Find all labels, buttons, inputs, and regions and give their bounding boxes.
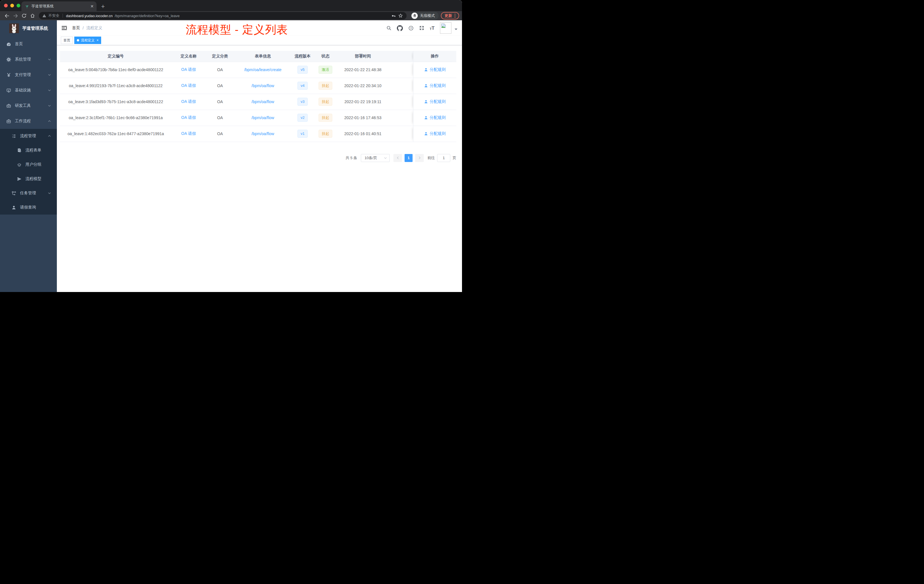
- forward-button[interactable]: [12, 12, 20, 20]
- dashboard-icon: [6, 42, 11, 46]
- sidebar-item-流程表单[interactable]: 流程表单: [0, 143, 57, 157]
- tree-list-icon: [11, 134, 16, 139]
- category-cell: OA: [206, 126, 234, 142]
- tag-label: 首页: [63, 38, 70, 43]
- page-size-select[interactable]: 10条/页: [361, 154, 390, 162]
- tag-流程定义[interactable]: 流程定义×: [74, 36, 101, 44]
- address-bar[interactable]: 不安全 dashboard.yudao.iocoder.cn/bpm/manag…: [39, 12, 407, 20]
- column-header-定义名称: 定义名称: [172, 51, 206, 62]
- table-row: oa_leave:2:3c1f0ef1-76b1-11ec-9c66-a2380…: [60, 110, 456, 126]
- incognito-label: 无痕模式: [420, 13, 435, 18]
- user-icon: [11, 205, 16, 210]
- form-link[interactable]: /bpm/oa/flow: [251, 83, 274, 88]
- user-avatar[interactable]: [440, 22, 451, 34]
- github-icon[interactable]: [397, 25, 403, 31]
- browser-tab[interactable]: 芋道管理系统 ✕: [21, 2, 97, 11]
- table-body: oa_leave:5:004b710b-7b8a-11ec-8ef0-acde4…: [60, 62, 456, 142]
- current-page-button[interactable]: 1: [404, 154, 412, 162]
- back-button[interactable]: [3, 12, 11, 20]
- column-header-状态: 状态: [314, 51, 337, 62]
- fullscreen-icon[interactable]: [419, 25, 424, 31]
- avatar-caret-icon[interactable]: [455, 28, 457, 31]
- table-header-row: 定义编号定义名称定义分类表单信息流程版本状态部署时间操作: [60, 51, 456, 62]
- prev-page-button[interactable]: [393, 154, 402, 162]
- definition-name-link[interactable]: OA 请假: [181, 83, 196, 88]
- sidebar-item-研发工具[interactable]: 研发工具: [0, 98, 57, 114]
- bookmark-star-icon[interactable]: [398, 13, 403, 18]
- assign-rule-link[interactable]: 分配规则: [424, 99, 446, 104]
- sidebar-item-用户分组[interactable]: 用户分组: [0, 157, 57, 172]
- breadcrumb: 首页 / 流程定义: [72, 25, 102, 31]
- status-tag: 挂起: [318, 82, 332, 90]
- assign-rule-link[interactable]: 分配规则: [424, 83, 446, 88]
- assign-rule-link[interactable]: 分配规则: [424, 131, 446, 136]
- sidebar-item-工作流程[interactable]: 工作流程: [0, 114, 57, 129]
- omnibox-divider: [63, 14, 63, 18]
- category-cell: OA: [206, 94, 234, 110]
- reload-button[interactable]: [20, 12, 28, 20]
- definition-id-cell: oa_leave:4:991f2193-7b7f-11ec-a3c8-acde4…: [60, 78, 172, 94]
- definition-name-link[interactable]: OA 请假: [181, 67, 196, 72]
- filler-cell: [389, 126, 413, 142]
- sidebar-item-任务管理[interactable]: 任务管理: [0, 186, 57, 200]
- sidebar-item-首页[interactable]: 首页: [0, 36, 57, 52]
- security-label[interactable]: 不安全: [48, 13, 59, 18]
- incognito-badge: 无痕模式: [411, 12, 439, 20]
- assign-rule-link[interactable]: 分配规则: [424, 115, 446, 120]
- form-link[interactable]: /bpm/oa/leave/create: [244, 68, 282, 72]
- sidebar-item-label: 支付管理: [15, 72, 31, 78]
- sidebar-item-请假查询[interactable]: 请假查询: [0, 200, 57, 214]
- tab-close-icon[interactable]: ✕: [90, 4, 94, 8]
- annotation-title: 流程模型 - 定义列表: [186, 22, 288, 38]
- browser-menu-icon[interactable]: [455, 14, 455, 18]
- window-zoom-button[interactable]: [16, 4, 20, 7]
- table-row: oa_leave:4:991f2193-7b7f-11ec-a3c8-acde4…: [60, 78, 456, 94]
- sidebar-item-系统管理[interactable]: 系统管理: [0, 52, 57, 67]
- window-close-button[interactable]: [4, 4, 8, 7]
- goto-label: 前往: [427, 155, 435, 160]
- sidebar-item-label: 用户分组: [25, 162, 41, 167]
- security-warning-icon[interactable]: [42, 14, 46, 18]
- definition-name-link[interactable]: OA 请假: [181, 131, 196, 136]
- form-link[interactable]: /bpm/oa/flow: [251, 99, 274, 104]
- password-key-icon[interactable]: [391, 13, 396, 18]
- column-header-流程版本: 流程版本: [291, 51, 314, 62]
- help-icon[interactable]: ?: [408, 25, 414, 31]
- definition-name-link[interactable]: OA 请假: [181, 99, 196, 104]
- goto-page-input[interactable]: [437, 154, 450, 162]
- tag-close-icon[interactable]: ×: [97, 39, 99, 42]
- breadcrumb-home[interactable]: 首页: [72, 25, 80, 31]
- font-size-icon[interactable]: TT: [430, 26, 435, 31]
- window-minimize-button[interactable]: [10, 4, 14, 7]
- app-avatar: [9, 23, 19, 33]
- next-page-button[interactable]: [415, 154, 424, 162]
- search-icon[interactable]: [386, 25, 391, 31]
- sidebar-item-流程模型[interactable]: 流程模型: [0, 172, 57, 186]
- window-controls: [4, 4, 20, 7]
- filler-column: [389, 51, 413, 62]
- pager: 1: [393, 154, 424, 162]
- tag-首页[interactable]: 首页: [61, 36, 73, 44]
- definition-id-cell: oa_leave:3:1fad3d93-7b75-11ec-a3c8-acde4…: [60, 94, 172, 110]
- version-tag: v4: [297, 82, 308, 90]
- filler-cell: [389, 78, 413, 94]
- sidebar-item-支付管理[interactable]: 支付管理: [0, 67, 57, 82]
- sidebar-item-基础设施[interactable]: 基础设施: [0, 82, 57, 98]
- toolbox-icon: [6, 104, 11, 108]
- sidebar-logo[interactable]: 芋道管理系统: [0, 20, 57, 36]
- version-tag: v5: [297, 66, 308, 74]
- form-link[interactable]: /bpm/oa/flow: [251, 115, 274, 120]
- new-tab-button[interactable]: +: [101, 3, 105, 10]
- form-edit-icon: [16, 148, 22, 153]
- assign-rule-link[interactable]: 分配规则: [424, 67, 446, 72]
- sidebar-item-label: 研发工具: [15, 103, 31, 108]
- definition-table: 定义编号定义名称定义分类表单信息流程版本状态部署时间操作 oa_leave:5:…: [60, 51, 456, 142]
- sidebar-item-label: 系统管理: [15, 57, 31, 62]
- main-area: 首页 / 流程定义 ? TT 首页流程定义× 流程模型 - 定义列: [57, 20, 462, 292]
- definition-name-link[interactable]: OA 请假: [181, 115, 196, 120]
- form-link[interactable]: /bpm/oa/flow: [251, 132, 274, 136]
- browser-update-button[interactable]: 更新: [441, 12, 459, 20]
- home-button[interactable]: [28, 12, 36, 20]
- sidebar-item-流程管理[interactable]: 流程管理: [0, 129, 57, 143]
- sidebar-toggle-icon[interactable]: [61, 25, 67, 31]
